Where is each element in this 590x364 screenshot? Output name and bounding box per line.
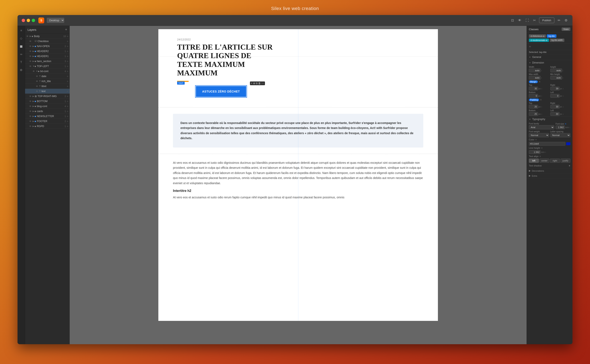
align-center-button[interactable]: center [540,159,550,163]
add-class-button[interactable]: + [527,44,572,50]
padding-badge[interactable]: Padding [529,98,539,101]
line-height-row: Line height ✕ [527,146,572,150]
add-toolbar-icon[interactable]: + [251,82,252,85]
config-icon[interactable]: ⚙ [19,67,24,72]
color-value-input[interactable] [529,142,565,146]
minimize-button[interactable] [27,19,30,22]
publish-button[interactable]: Publish [539,18,554,23]
color-remove-icon[interactable]: ✕ [535,139,537,141]
layer-item-text[interactable]: 👁 T text + [25,89,70,94]
padding-remove-icon[interactable]: ✕ [540,98,542,101]
delete-toolbar-icon[interactable]: 🗑 [258,82,261,85]
layer-item-top-right-img[interactable]: 👁 ▶ ▦ TOP-RIGHT-IMG 2 + [25,94,70,99]
max-width-input[interactable] [529,76,541,80]
extra-section-header[interactable]: ▶ Extra [527,173,572,178]
layer-item-bottom[interactable]: 👁 ▶ ■ BOTTOM 1 + [25,99,70,104]
layer-item-header1[interactable]: 👁 ▶ ■ HEADER1 1 + [25,54,70,59]
cut-icon[interactable]: ✂ [532,18,536,23]
align-left-button[interactable]: left [529,159,539,163]
font-family-label: Font family [529,123,554,125]
layers-title: Layers [27,28,36,32]
add-layer-button[interactable]: + [65,27,67,32]
typography-header[interactable]: ▼ Typography [527,117,572,122]
layer-item-titret[interactable]: 👁 T titret + [25,84,70,89]
class-tag-3[interactable]: bg-tile-width [550,39,564,42]
layer-item-top-left[interactable]: 👁 ▼ ■ TOP-LEFT 1 + [25,64,70,69]
height-input[interactable] [550,69,562,72]
class-tag-0[interactable]: ct-felonious-a [529,34,546,38]
font-size-input[interactable] [556,125,565,129]
layer-item-rich-title[interactable]: 👁 T rich_title + [25,79,70,84]
components-icon[interactable]: ◇ [19,36,24,41]
color-label: Color [529,138,534,141]
width-height-row: Width ↕ height ↕ [527,65,572,73]
font-family-select[interactable]: Arial [529,125,554,129]
text-align-remove-icon[interactable]: ✕ [539,155,541,157]
layer-item-cards[interactable]: 👁 ▶ ■ cards 1 + [25,109,70,114]
preview-icon[interactable]: ⊡ [510,18,515,23]
layer-item-nav-open[interactable]: 👁 ▶ ■ NAV-OPEN 2 + [25,44,70,49]
state-button[interactable]: State [562,27,570,31]
align-right-button[interactable]: right [550,159,560,163]
symbols-icon[interactable]: ∞ [19,52,24,57]
more-toolbar-icon[interactable]: ⋯ [261,82,264,85]
text-icon[interactable]: T [19,60,24,65]
font-weight-select[interactable]: Normal [529,133,549,137]
settings-icon[interactable]: ⚙ [564,18,568,23]
layer-item-date[interactable]: 👁 T date + [25,74,70,79]
class-tag-2[interactable]: ct-testimonials-a [529,39,549,42]
eye-icon[interactable]: 👁 [517,18,522,23]
font-size-link-icon[interactable]: ✕ [565,123,566,125]
layer-item-blog-cont[interactable]: 👁 ▶ ■ blog-cont 4 + [25,104,70,109]
layer-item-checkbox[interactable]: 👁 ☑ Checkbox + [25,39,70,44]
layer-item-hero-section[interactable]: 👁 ▶ ■ hero_section 3 + [25,59,70,64]
padding-top-input[interactable] [529,105,538,109]
close-button[interactable] [22,19,25,22]
copy-toolbar-icon[interactable]: ⧉ [256,82,258,85]
layer-item-newsletter[interactable]: 👁 ▶ ■ NEWSLETTER 1 + [25,114,70,119]
layer-item-body[interactable]: 👁 ▶ ■ Body 10 + [25,34,70,39]
class-tag-1[interactable]: bg-tile [547,34,556,38]
padding-bottom-left-row: Bottom px ↕ Left px ↕ [527,109,572,116]
canvas-divider-2 [158,154,438,154]
padding-right-input[interactable] [550,105,560,109]
pencil-icon[interactable]: ✏ [557,18,561,23]
viewport-dropdown[interactable]: Desktop [47,18,64,23]
max-width-col: Max width ↕ [529,73,549,80]
layer-item-txt-cont[interactable]: 👁 ▼ ■ txt-cont 4 + [25,69,70,74]
assets-icon[interactable]: ▦ [19,44,24,49]
general-header[interactable]: ▼ General [527,54,572,60]
letter-spacing-label: Letter spacing [550,130,570,133]
height-col: height ↕ [550,66,570,72]
align-justify-button[interactable]: justify [561,159,570,163]
app-title: Silex live web creation [0,0,590,15]
margin-right-input[interactable] [550,87,560,91]
letter-spacing-select[interactable]: Normal [550,133,570,137]
article-cta-button[interactable]: ASTUCES ZÉRO DÉCHET [196,86,246,97]
decorations-section-header[interactable]: ▶ Decorations [527,168,572,173]
margin-left-input[interactable] [550,94,560,98]
layers-icon[interactable]: ≡ [19,28,24,33]
text-shadow-add-button[interactable]: + [569,164,570,167]
padding-bottom-input[interactable] [529,112,538,116]
article-title: TITRE DE L'ARTICLE SUR QUATRE LIGNES DE … [177,43,275,78]
general-section: ▼ General [527,54,572,60]
line-height-input[interactable] [529,150,541,154]
padding-left-input[interactable] [550,112,560,116]
article-title-section: TITRE DE L'ARTICLE SUR QUATRE LIGNES DE … [158,43,438,81]
dimension-header[interactable]: ▼ Dimension [527,60,572,65]
fullscreen-icon[interactable]: ⛶ [525,18,530,23]
margin-badge[interactable]: Margin [529,80,538,83]
layer-item-footer[interactable]: 👁 ▶ ■ FOOTER 2 + [25,119,70,124]
move-toolbar-icon[interactable]: ⊕ [253,82,255,85]
line-height-remove-icon[interactable]: ✕ [541,147,543,149]
margin-remove-icon[interactable]: ✕ [539,80,541,83]
layer-item-header2[interactable]: 👁 ▶ ■ HEADER2 1 + [25,49,70,54]
layer-item-rgpd[interactable]: 👁 ▶ ■ RGPD 1 + [25,124,70,129]
maximize-button[interactable] [32,19,35,22]
margin-top-input[interactable] [529,87,538,91]
min-height-input[interactable] [550,76,562,80]
color-swatch[interactable] [566,142,570,145]
margin-bottom-input[interactable] [529,94,538,98]
width-input[interactable] [529,69,541,72]
